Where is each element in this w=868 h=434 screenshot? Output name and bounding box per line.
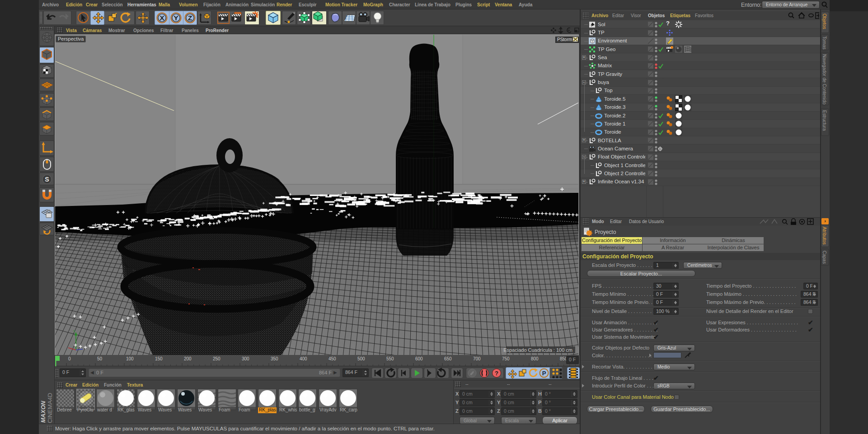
svg-text:Y: Y (174, 14, 178, 22)
svg-text:Z: Z (188, 14, 192, 22)
svg-text:450: 450 (328, 356, 336, 361)
svg-text:750: 750 (502, 356, 510, 361)
svg-text:700: 700 (473, 356, 481, 361)
svg-text:Y: Y (73, 329, 76, 333)
svg-text:350: 350 (271, 356, 278, 361)
svg-text:400: 400 (300, 356, 307, 361)
svg-text:0: 0 (68, 356, 71, 361)
svg-text:600: 600 (415, 356, 423, 361)
svg-text:X: X (160, 14, 164, 22)
svg-text:500: 500 (357, 356, 365, 361)
svg-text:S: S (45, 176, 49, 183)
svg-text:Espaciado Cuadrícula : 100 cm: Espaciado Cuadrícula : 100 cm (503, 347, 572, 353)
svg-text:300: 300 (242, 356, 249, 361)
svg-text:100: 100 (126, 356, 134, 361)
svg-text:P: P (542, 370, 546, 377)
svg-text:?: ? (495, 370, 498, 377)
svg-text:800: 800 (531, 356, 539, 361)
svg-text:150: 150 (155, 356, 163, 361)
svg-text:250: 250 (213, 356, 221, 361)
svg-text:550: 550 (386, 356, 394, 361)
svg-text:200: 200 (184, 356, 192, 361)
svg-text:50: 50 (97, 356, 103, 361)
svg-text:650: 650 (444, 356, 452, 361)
